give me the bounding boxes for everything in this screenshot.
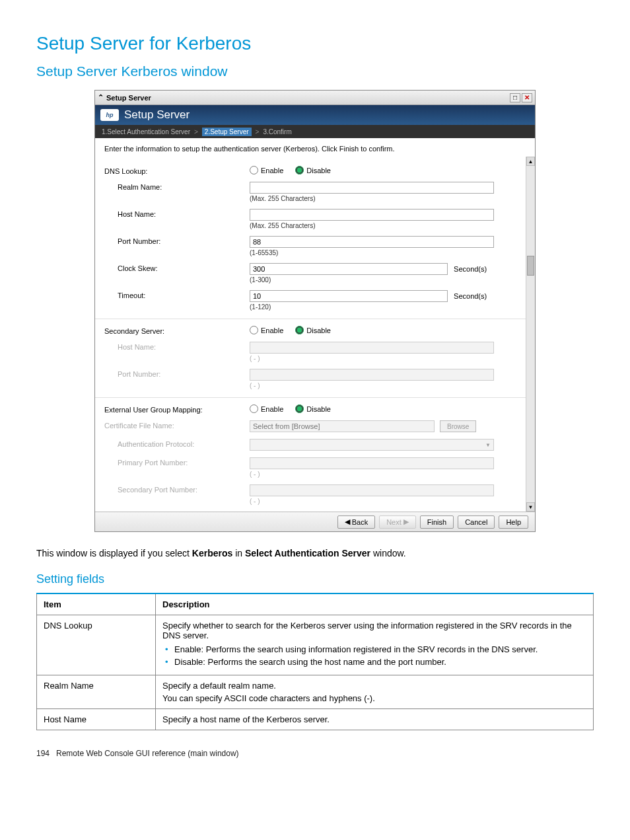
primary-port-label: Primary Port Number: <box>104 457 250 467</box>
host-name-label: Host Name: <box>104 209 250 218</box>
secondary-port-number-input <box>250 484 494 496</box>
caption-text: This window is displayed if you select K… <box>36 547 594 560</box>
certificate-file-label: Certificate File Name: <box>104 420 250 430</box>
secondary-disable-radio[interactable]: Disable <box>295 326 331 334</box>
group-mapping-disable-radio[interactable]: Disable <box>295 404 331 413</box>
list-item: Disable: Performs the search using the h… <box>165 657 586 667</box>
clock-skew-unit: Second(s) <box>454 265 487 273</box>
chevron-right-icon: > <box>256 128 260 135</box>
table-row: Host Name Specify a host name of the Ker… <box>37 709 594 730</box>
dns-lookup-label: DNS Lookup: <box>104 166 250 175</box>
secondary-port-number-label: Secondary Port Number: <box>104 484 250 494</box>
certificate-file-input <box>250 420 435 432</box>
next-button: Next▶ <box>379 515 416 529</box>
banner: hp Setup Server <box>95 105 535 125</box>
cancel-button[interactable]: Cancel <box>458 515 495 529</box>
form-area: ▲ ▼ DNS Lookup: Enable Disable Realm Nam… <box>95 157 535 512</box>
table-row: DNS Lookup Specify whether to search for… <box>37 615 594 675</box>
secondary-port-number-hint: ( - ) <box>250 498 514 505</box>
setting-fields-heading: Setting fields <box>36 572 594 586</box>
finish-button[interactable]: Finish <box>420 515 454 529</box>
secondary-host-hint: ( - ) <box>250 355 514 362</box>
port-number-label: Port Number: <box>104 236 250 245</box>
secondary-enable-radio[interactable]: Enable <box>250 326 283 334</box>
dns-enable-radio[interactable]: Enable <box>250 166 283 174</box>
th-description: Description <box>156 593 594 615</box>
secondary-port-hint: ( - ) <box>250 382 514 389</box>
cell-item: DNS Lookup <box>37 615 156 675</box>
cell-item: Realm Name <box>37 675 156 709</box>
port-number-input[interactable] <box>250 236 494 248</box>
auth-protocol-select: ▼ <box>250 439 494 451</box>
secondary-host-label: Host Name: <box>104 342 250 351</box>
collapse-icon[interactable]: ⌃ <box>98 93 104 102</box>
instruction-text: Enter the information to setup the authe… <box>95 138 535 157</box>
page-footer: 194 Remote Web Console GUI reference (ma… <box>36 749 594 758</box>
scroll-thumb[interactable] <box>527 256 534 276</box>
th-item: Item <box>37 593 156 615</box>
window-titlebar: ⌃ Setup Server □ ✕ <box>95 91 535 105</box>
auth-protocol-label: Authentication Protocol: <box>104 439 250 448</box>
hp-logo-icon: hp <box>100 109 119 121</box>
cell-desc: Specify a default realm name. You can sp… <box>156 675 594 709</box>
wizard-step-3[interactable]: 3.Confirm <box>263 128 291 135</box>
close-button[interactable]: ✕ <box>522 93 532 102</box>
timeout-input[interactable] <box>250 290 448 302</box>
secondary-server-label: Secondary Server: <box>104 326 250 335</box>
maximize-button[interactable]: □ <box>510 93 520 102</box>
secondary-host-input <box>250 342 494 354</box>
cell-desc: Specify a host name of the Kerberos serv… <box>156 709 594 730</box>
page-subtitle: Setup Server Kerberos window <box>36 63 594 79</box>
port-hint: (1-65535) <box>250 249 514 256</box>
footer-text: Remote Web Console GUI reference (main w… <box>56 749 239 758</box>
wizard-footer: ◀Back Next▶ Finish Cancel Help <box>95 512 535 531</box>
host-hint: (Max. 255 Characters) <box>250 222 514 229</box>
timeout-label: Timeout: <box>104 290 250 299</box>
primary-port-hint: ( - ) <box>250 471 514 478</box>
page-number: 194 <box>36 749 50 758</box>
window-title: Setup Server <box>106 94 151 102</box>
clock-hint: (1-300) <box>250 276 514 284</box>
browse-button: Browse <box>440 420 476 432</box>
table-row: Realm Name Specify a default realm name.… <box>37 675 594 709</box>
timeout-unit: Second(s) <box>454 292 487 300</box>
settings-table: Item Description DNS Lookup Specify whet… <box>36 593 594 730</box>
wizard-steps: 1.Select Authentication Server > 2.Setup… <box>95 125 535 138</box>
banner-title: Setup Server <box>124 108 190 122</box>
scroll-down-icon[interactable]: ▼ <box>526 502 535 512</box>
host-name-input[interactable] <box>250 209 494 221</box>
wizard-step-1[interactable]: 1.Select Authentication Server <box>102 128 190 135</box>
list-item: Enable: Performs the search using inform… <box>165 644 586 654</box>
triangle-right-icon: ▶ <box>403 517 409 526</box>
group-mapping-enable-radio[interactable]: Enable <box>250 404 283 413</box>
realm-name-label: Realm Name: <box>104 182 250 191</box>
help-button[interactable]: Help <box>499 515 528 529</box>
back-button[interactable]: ◀Back <box>337 515 375 529</box>
triangle-left-icon: ◀ <box>345 517 350 526</box>
secondary-port-label: Port Number: <box>104 369 250 378</box>
realm-name-input[interactable] <box>250 182 494 194</box>
group-mapping-label: External User Group Mapping: <box>104 404 250 414</box>
page-title: Setup Server for Kerberos <box>36 33 594 54</box>
secondary-port-input <box>250 369 494 381</box>
cell-desc: Specify whether to search for the Kerber… <box>156 615 594 675</box>
setup-server-window: ⌃ Setup Server □ ✕ hp Setup Server 1.Sel… <box>94 90 536 532</box>
dns-disable-radio[interactable]: Disable <box>295 166 331 174</box>
chevron-down-icon: ▼ <box>485 442 491 448</box>
primary-port-input <box>250 457 494 469</box>
timeout-hint: (1-120) <box>250 303 514 311</box>
realm-hint: (Max. 255 Characters) <box>250 195 514 202</box>
scrollbar[interactable]: ▲ ▼ <box>526 157 535 512</box>
cell-item: Host Name <box>37 709 156 730</box>
chevron-right-icon: > <box>194 128 198 135</box>
wizard-step-2[interactable]: 2.Setup Server <box>202 128 252 136</box>
clock-skew-input[interactable] <box>250 263 448 275</box>
scroll-up-icon[interactable]: ▲ <box>526 157 535 166</box>
clock-skew-label: Clock Skew: <box>104 263 250 272</box>
